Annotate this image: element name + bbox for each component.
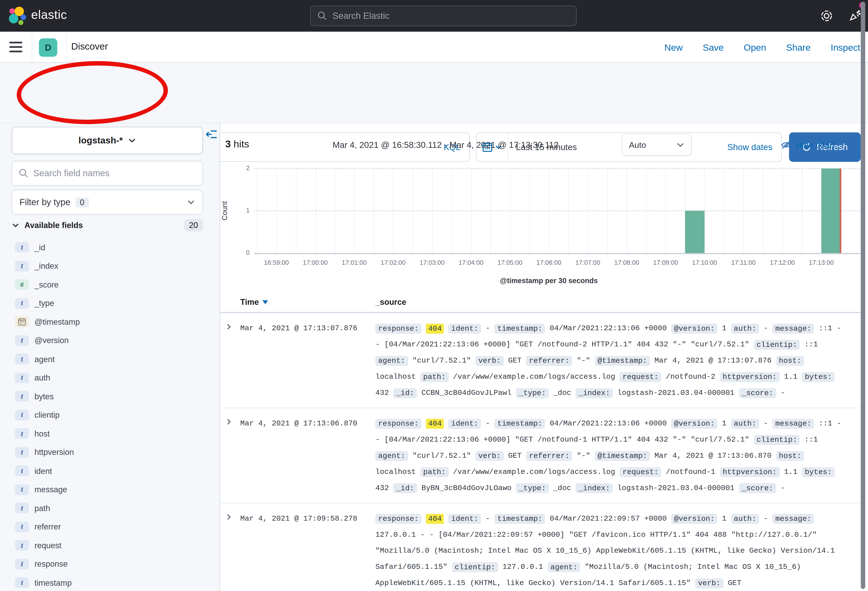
field-item-request[interactable]: trequest [0, 536, 220, 555]
field-item-message[interactable]: tmessage [0, 480, 220, 499]
discover-app-badge[interactable]: D [39, 38, 57, 57]
hide-chart-button[interactable]: Hide chart [781, 140, 835, 150]
chart-gridline [490, 168, 491, 253]
field-item-httpversion[interactable]: thttpversion [0, 443, 220, 461]
table-header: Time _source [220, 295, 861, 313]
histogram-bar[interactable] [685, 211, 704, 253]
field-item-referrer[interactable]: treferrer [0, 517, 220, 536]
expand-row-icon[interactable] [225, 510, 241, 523]
field-key-chip: message: [773, 514, 814, 523]
elastic-logo-icon[interactable] [8, 6, 28, 26]
x-tick-label: 17:12:00 [770, 259, 795, 266]
field-item-host[interactable]: thost [0, 424, 220, 443]
field-key-chip: clientip: [754, 340, 800, 350]
nav-actions: New Save Open Share Inspect [664, 32, 860, 63]
menu-icon[interactable] [9, 41, 22, 52]
fields-sidebar: logstash-* Search field names Filter by … [0, 124, 220, 591]
save-button[interactable]: Save [703, 42, 723, 53]
new-button[interactable]: New [664, 42, 683, 53]
field-item-index[interactable]: t_index [0, 257, 220, 275]
filter-by-type-select[interactable]: Filter by type 0 [12, 190, 203, 215]
field-value: localhost [375, 372, 416, 381]
global-search-input[interactable]: Search Elastic [310, 6, 577, 26]
field-name: clientip [34, 411, 59, 420]
field-name: @timestamp [34, 318, 80, 326]
field-name: request [34, 541, 62, 550]
field-value: /var/www/example.com/logs/access.log [453, 372, 615, 381]
field-key-chip: timestamp: [495, 514, 545, 523]
chart-x-axis-line [254, 253, 860, 254]
field-key-chip: request: [620, 467, 661, 477]
field-item-timestamp[interactable]: @timestamp [0, 313, 220, 331]
nav-divider [66, 32, 67, 63]
search-icon [317, 11, 327, 21]
histogram-bar[interactable] [821, 168, 841, 253]
x-tick-label: 17:02:00 [381, 259, 406, 266]
field-item-response[interactable]: tresponse [0, 555, 220, 573]
field-value: - [763, 514, 768, 523]
interval-select[interactable]: Auto [622, 134, 691, 155]
share-button[interactable]: Share [786, 42, 811, 53]
field-item-clientip[interactable]: tclientip [0, 406, 220, 424]
field-item-score[interactable]: #_score [0, 275, 220, 294]
x-tick-label: 17:05:00 [497, 259, 522, 266]
x-tick-label: 16:59:00 [264, 259, 289, 266]
index-pattern-label: logstash-* [78, 135, 123, 146]
interval-value: Auto [629, 140, 646, 150]
field-name: agent [34, 355, 55, 363]
field-value: - [763, 324, 768, 333]
field-name: ident [34, 466, 52, 475]
x-tick-label: 17:03:00 [419, 259, 444, 266]
chart-gridline [254, 210, 860, 211]
field-key-chip: message: [773, 324, 814, 333]
chart-gridline [393, 168, 394, 253]
chart-gridline [276, 168, 277, 253]
field-key-chip: _index: [576, 483, 613, 493]
field-item-timestamp[interactable]: ttimestamp [0, 573, 220, 591]
vertical-scrollbar[interactable] [861, 2, 865, 589]
field-name: response [34, 560, 68, 569]
field-value: 1.1 [784, 372, 797, 381]
field-key-chip: path: [421, 372, 449, 382]
inspect-button[interactable]: Inspect [831, 42, 860, 53]
field-item-version[interactable]: t@version [0, 331, 220, 350]
field-value: _doc [553, 484, 571, 492]
chart-gridline [646, 168, 647, 253]
index-pattern-select[interactable]: logstash-* [12, 127, 203, 154]
expand-row-icon[interactable] [225, 320, 241, 332]
column-header-time[interactable]: Time [240, 297, 268, 306]
text-field-icon: t [15, 466, 29, 476]
field-key-chip: @timestamp: [595, 451, 650, 461]
date-field-icon [15, 316, 29, 327]
field-value: logstash-2021.03.04-000001 [617, 484, 734, 492]
field-search-input[interactable]: Search field names [12, 161, 203, 186]
field-key-chip: _id: [393, 388, 417, 398]
text-field-icon: t [15, 428, 29, 439]
chevron-down-icon [12, 222, 19, 229]
field-key-chip: referrer: [526, 451, 572, 461]
x-tick-label: 17:00:00 [303, 259, 328, 266]
field-item-id[interactable]: t_id [0, 238, 220, 257]
expand-row-icon[interactable] [225, 415, 241, 428]
field-item-type[interactable]: t_type [0, 294, 220, 313]
help-icon[interactable] [820, 9, 833, 25]
chart-gridline [763, 168, 763, 253]
field-value: GET [728, 579, 741, 588]
field-item-auth[interactable]: tauth [0, 369, 220, 387]
fields-count-badge: 20 [184, 219, 203, 231]
field-item-path[interactable]: tpath [0, 499, 220, 517]
available-fields-header[interactable]: Available fields 20 [12, 219, 203, 231]
field-item-agent[interactable]: tagent [0, 350, 220, 368]
field-key-chip: clientip: [452, 562, 498, 572]
newsfeed-icon[interactable] [849, 9, 862, 24]
field-item-ident[interactable]: tident [0, 461, 220, 480]
open-button[interactable]: Open [744, 42, 766, 53]
field-value: "-" [577, 357, 590, 365]
show-dates-button[interactable]: Show dates [727, 142, 781, 152]
field-name: auth [34, 374, 50, 382]
text-field-icon: t [15, 410, 29, 420]
field-value: ::1 [804, 340, 818, 349]
collapse-sidebar-icon[interactable] [206, 129, 217, 142]
field-item-bytes[interactable]: tbytes [0, 387, 220, 406]
chart-x-axis-label: @timestamp per 30 seconds [500, 276, 598, 285]
